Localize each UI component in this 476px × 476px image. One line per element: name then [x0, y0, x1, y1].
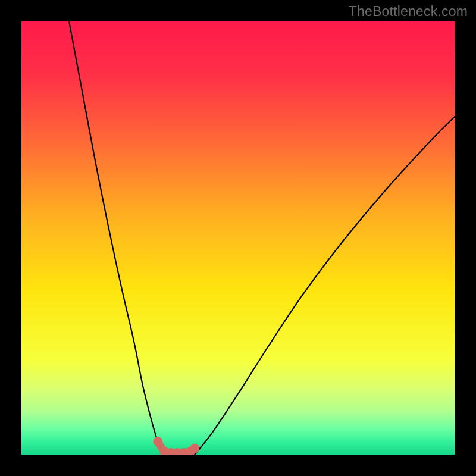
marker-dot [153, 437, 162, 446]
series-right-branch [195, 117, 455, 455]
chart-frame: TheBottleneck.com [0, 0, 476, 476]
plot-area [21, 21, 455, 455]
marker-dot [190, 444, 199, 453]
series-left-branch [69, 21, 164, 455]
watermark-text: TheBottleneck.com [349, 4, 468, 20]
curve-layer [21, 21, 455, 455]
